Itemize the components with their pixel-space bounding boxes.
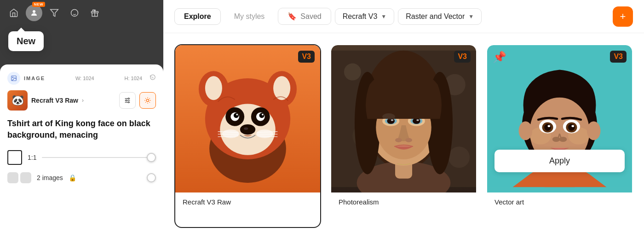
main-content: Explore My styles 🔖 Saved Recraft V3 ▼ R… [163, 0, 644, 239]
svg-point-10 [126, 100, 127, 101]
image-height: H: 1024 [124, 76, 142, 81]
aspect-slider[interactable] [42, 157, 156, 158]
aspect-row: 1:1 [7, 150, 156, 165]
model-name: Recraft V3 Raw [31, 97, 78, 104]
svg-point-20 [234, 113, 239, 118]
card-photorealism[interactable]: V3 Photorealism [330, 44, 477, 228]
chevron-down-icon: ▼ [381, 13, 386, 20]
svg-point-23 [262, 114, 264, 116]
new-badge: NEW [32, 2, 45, 7]
home-icon[interactable] [6, 5, 22, 21]
image-header: IMAGE W: 1024 H: 1024 [7, 72, 156, 85]
apply-button[interactable]: Apply [494, 150, 625, 172]
svg-marker-1 [51, 10, 58, 17]
v3-badge-2: V3 [454, 51, 471, 63]
svg-point-9 [128, 98, 129, 99]
toolbar: NEW [0, 0, 163, 26]
saved-button[interactable]: 🔖 Saved [278, 8, 331, 25]
filter-icon[interactable] [46, 5, 63, 21]
svg-point-78 [571, 125, 574, 127]
add-button[interactable]: + [613, 6, 633, 27]
card-recraft-v3-raw[interactable]: V3 Recraft V3 Raw [174, 44, 321, 228]
pin-icon: 📌 [493, 51, 506, 64]
gift-icon[interactable] [86, 5, 103, 21]
card-image-portrait: V3 [331, 45, 476, 192]
model-settings [119, 92, 156, 109]
tab-explore[interactable]: Explore [174, 8, 221, 25]
svg-point-81 [519, 122, 533, 140]
image-type-icon [7, 72, 20, 85]
v3-badge-3: V3 [610, 51, 627, 63]
new-tooltip: New [8, 31, 44, 51]
card-image-red-panda: V3 [175, 45, 320, 192]
history-icon[interactable] [150, 75, 156, 82]
model-row: 🐼 Recraft V3 Raw › [7, 90, 156, 111]
aspect-ratio-label: 1:1 [28, 154, 36, 161]
svg-point-22 [236, 114, 238, 116]
card-label-1: Recraft V3 Raw [175, 192, 320, 211]
prompt-text[interactable]: Tshirt art of King kong face on black ba… [7, 118, 156, 141]
svg-point-56 [413, 118, 420, 124]
svg-point-82 [587, 122, 601, 140]
sidebar: NEW New [0, 0, 163, 239]
image-width: W: 1024 [75, 76, 94, 81]
img-icon-1 [7, 172, 18, 183]
model-version-dropdown[interactable]: Recraft V3 ▼ [335, 8, 394, 25]
card-image-vector: V3 📌 Apply [487, 45, 632, 192]
image-count-icons [7, 172, 31, 183]
face-icon[interactable] [66, 5, 83, 21]
svg-point-76 [568, 124, 575, 131]
svg-point-21 [259, 113, 264, 118]
style-edit-button[interactable] [139, 92, 156, 109]
svg-point-25 [244, 128, 248, 130]
svg-point-5 [12, 77, 13, 78]
nav-bar: Explore My styles 🔖 Saved Recraft V3 ▼ R… [163, 0, 644, 33]
svg-point-39 [344, 64, 361, 81]
model-thumbnail: 🐼 [7, 90, 28, 111]
svg-point-11 [128, 102, 129, 103]
tab-my-styles[interactable]: My styles [224, 8, 275, 25]
svg-point-60 [405, 138, 412, 142]
svg-point-28 [205, 76, 222, 100]
apply-overlay: Apply [487, 150, 632, 172]
avatar-dropdown[interactable]: NEW [26, 5, 42, 21]
svg-point-24 [240, 124, 255, 134]
gallery: V3 Recraft V3 Raw [163, 33, 644, 239]
svg-point-2 [71, 10, 78, 17]
svg-point-58 [416, 119, 419, 121]
card-label-2: Photorealism [331, 192, 476, 211]
bookmark-icon: 🔖 [288, 12, 297, 21]
img-icon-2 [20, 172, 31, 183]
svg-point-0 [33, 10, 35, 13]
v3-badge-1: V3 [298, 51, 315, 63]
card-vector-art[interactable]: V3 📌 Apply Vector art [486, 44, 633, 228]
chevron-down-icon-2: ▼ [468, 13, 474, 20]
svg-point-77 [548, 125, 551, 127]
settings-sliders-button[interactable] [119, 92, 136, 109]
model-arrow-icon: › [82, 97, 84, 104]
format-dropdown[interactable]: Raster and Vector ▼ [398, 8, 482, 25]
card-label-3: Vector art [487, 192, 632, 211]
lock-icon: 🔒 [69, 174, 76, 181]
images-count-label: 2 images [37, 174, 63, 181]
svg-point-43 [448, 146, 470, 168]
images-toggle[interactable] [147, 173, 156, 182]
aspect-ratio-icon [7, 150, 22, 165]
image-label: IMAGE [24, 76, 45, 81]
svg-point-75 [544, 124, 551, 131]
left-panel: IMAGE W: 1024 H: 1024 🐼 Recraft V3 Raw › [0, 64, 163, 239]
images-row: 2 images 🔒 [7, 172, 156, 183]
svg-point-12 [146, 99, 149, 101]
svg-point-59 [395, 138, 402, 142]
svg-point-61 [382, 113, 395, 120]
aspect-slider-thumb[interactable] [147, 153, 156, 162]
